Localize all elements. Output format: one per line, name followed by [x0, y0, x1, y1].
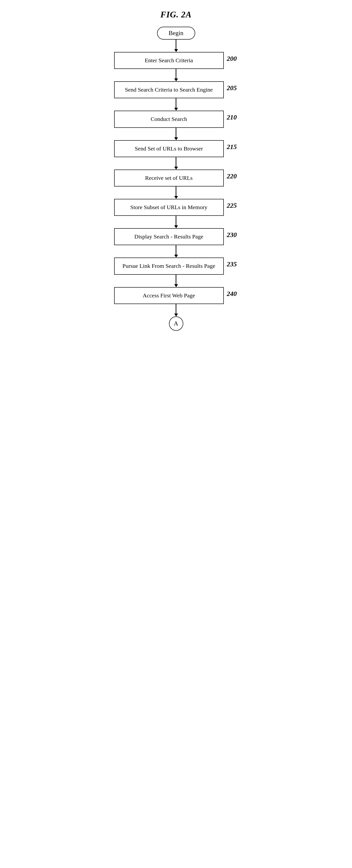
step-label-240: 240	[227, 290, 237, 298]
step-label-230: 230	[227, 231, 237, 239]
arrow-215-to-220	[174, 157, 178, 169]
arrow-head	[174, 255, 178, 257]
arrow-head	[174, 49, 178, 52]
arrow-line	[175, 69, 177, 79]
arrow-head	[174, 79, 178, 81]
step-label-215: 215	[227, 143, 237, 151]
step-text-210: Conduct Search	[151, 116, 187, 122]
step-label-235: 235	[227, 260, 237, 268]
terminal-circle-a: A	[169, 316, 183, 331]
arrow-235-to-240	[174, 275, 178, 287]
arrow-line	[175, 157, 177, 167]
step-label-200: 200	[227, 55, 237, 62]
step-label-225: 225	[227, 202, 237, 209]
step-text-200: Enter Search Criteria	[145, 57, 193, 63]
step-box-215: Send Set of URLs to Browser	[114, 140, 224, 157]
arrow-240-to-terminal	[174, 304, 178, 316]
step-row-210: Conduct Search 210	[114, 111, 224, 128]
arrow-begin-to-200	[174, 39, 178, 52]
step-label-210: 210	[227, 114, 237, 121]
begin-oval: Begin	[157, 27, 195, 39]
arrow-line	[175, 186, 177, 196]
step-box-240: Access First Web Page	[114, 287, 224, 304]
arrow-line	[175, 304, 177, 314]
step-text-220: Receive set of URLs	[145, 175, 193, 181]
step-text-235: Pursue Link From Search - Results Page	[123, 263, 215, 269]
step-text-205: Send Search Criteria to Search Engine	[125, 87, 213, 93]
step-row-225: Store Subset of URLs in Memory 225	[114, 199, 224, 216]
step-box-225: Store Subset of URLs in Memory	[114, 199, 224, 216]
arrow-205-to-210	[174, 98, 178, 111]
step-box-200: Enter Search Criteria	[114, 52, 224, 69]
arrow-200-to-205	[174, 69, 178, 81]
step-text-230: Display Search - Results Page	[134, 234, 203, 240]
step-box-230: Display Search - Results Page	[114, 228, 224, 245]
step-box-210: Conduct Search	[114, 111, 224, 128]
arrow-230-to-235	[174, 245, 178, 257]
arrow-head	[174, 167, 178, 169]
step-row-230: Display Search - Results Page 230	[114, 228, 224, 245]
step-text-225: Store Subset of URLs in Memory	[130, 204, 207, 210]
step-box-235: Pursue Link From Search - Results Page	[114, 257, 224, 275]
step-row-215: Send Set of URLs to Browser 215	[114, 140, 224, 157]
arrow-head	[174, 225, 178, 228]
arrow-head	[174, 137, 178, 140]
arrow-line	[175, 98, 177, 108]
arrow-225-to-230	[174, 216, 178, 228]
arrow-line	[175, 216, 177, 225]
flowchart: Begin Enter Search Criteria 200 Send Sea…	[114, 27, 238, 331]
arrow-head	[174, 314, 178, 316]
step-box-205: Send Search Criteria to Search Engine	[114, 81, 224, 98]
arrow-line	[175, 275, 177, 284]
step-box-220: Receive set of URLs	[114, 169, 224, 186]
step-label-220: 220	[227, 173, 237, 180]
figure-title: FIG. 2A	[160, 9, 192, 20]
step-label-205: 205	[227, 84, 237, 92]
step-row-235: Pursue Link From Search - Results Page 2…	[114, 257, 224, 275]
arrow-line	[175, 245, 177, 255]
arrow-head	[174, 284, 178, 287]
arrow-line	[175, 128, 177, 137]
step-row-205: Send Search Criteria to Search Engine 20…	[114, 81, 224, 98]
arrow-head	[174, 108, 178, 111]
arrow-head	[174, 196, 178, 199]
step-text-240: Access First Web Page	[143, 292, 195, 299]
step-row-220: Receive set of URLs 220	[114, 169, 224, 186]
diagram-container: FIG. 2A Begin Enter Search Criteria 200 …	[114, 5, 238, 340]
arrow-210-to-215	[174, 128, 178, 140]
step-row-240: Access First Web Page 240	[114, 287, 224, 304]
step-text-215: Send Set of URLs to Browser	[135, 146, 203, 152]
arrow-line	[175, 39, 177, 49]
step-row-200: Enter Search Criteria 200	[114, 52, 224, 69]
arrow-220-to-225	[174, 186, 178, 199]
